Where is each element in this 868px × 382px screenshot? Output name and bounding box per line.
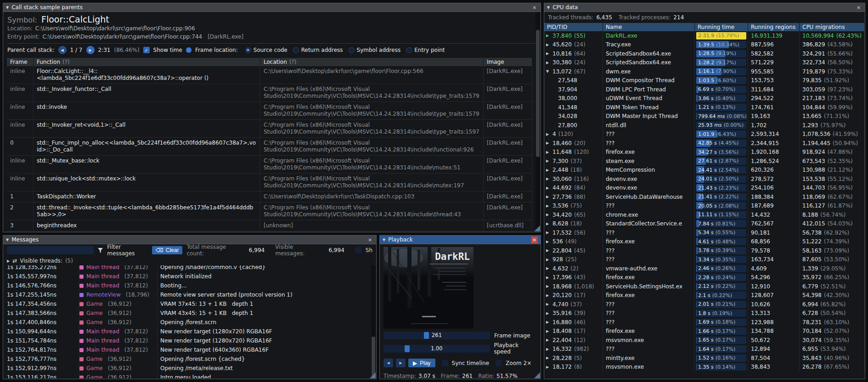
cpu-titlebar[interactable]: ▼ CPU data × <box>544 3 865 12</box>
radio-icon[interactable] <box>293 47 299 53</box>
cpu-row[interactable]: ▶4,740(37)???2.01 s(0.21%)10,6266,994(65… <box>544 300 865 309</box>
show-time-checkbox[interactable]: ✓ <box>143 47 150 53</box>
column-header-location[interactable]: Location(?) <box>260 58 484 66</box>
expand-arrow-icon[interactable]: ▶ <box>546 302 552 306</box>
next-callstack-button[interactable]: ▶ <box>86 46 95 54</box>
cpu-row[interactable]: ▶18,968(1,018)ServiceHub.SettingsHost.ex… <box>544 282 865 291</box>
column-header-frame[interactable]: Frame <box>7 58 34 66</box>
entry-point-value[interactable]: C:\Users\wolf\Desktop\darkrl\src\game\fl… <box>42 34 202 40</box>
cpu-row[interactable]: 27,548DWM Compositor Thread1:03.5(6.60%)… <box>544 76 865 85</box>
message-row[interactable]: 1s 145,557,997nsMain thread(37,812)Netwo… <box>3 272 371 281</box>
resize-grip-icon[interactable] <box>534 225 540 231</box>
expand-arrow-icon[interactable]: ▶ <box>546 248 552 253</box>
cpu-row[interactable]: ▶7,300(37)steam.exe27.61 s(2.87%)1,286,5… <box>544 157 865 166</box>
cpu-row[interactable]: ▶4,632(2)vmware-authd.exe2.46 s(0.26%)4,… <box>544 264 865 273</box>
callstack-titlebar[interactable]: ▼ Call stack sample parents × <box>3 3 541 12</box>
expand-arrow-icon[interactable]: ▶ <box>546 51 552 56</box>
expand-arrow-icon[interactable]: ▶ <box>546 213 552 217</box>
expand-arrow-icon[interactable]: ▶ <box>546 356 552 360</box>
close-icon[interactable]: × <box>855 4 862 11</box>
cpu-row[interactable]: ▶11,648(120)firefox.exe34.27 s(3.56%)1,9… <box>544 148 865 157</box>
cpu-row[interactable]: 34,028DWM Master Input Thread799.64 ms(0… <box>544 112 865 121</box>
radio-source-code[interactable]: Source code <box>245 47 287 53</box>
message-row[interactable]: 1s 147,383,566nsGame(36,912)VRAM 43x45: … <box>3 309 371 318</box>
cpu-row[interactable]: ▼13,072(67)dwm.exe1:16.1(7.90%)955,58571… <box>544 67 865 76</box>
radio-entry-point[interactable]: Entry point <box>406 47 445 53</box>
cpu-row[interactable]: ▶17,396(43)firefox.exe2.28 s(0.24%)54,29… <box>544 273 865 282</box>
playback-titlebar[interactable]: ▼ Playback × <box>380 236 541 244</box>
message-row[interactable]: 1s 152,912,997nsGame(36,912)Opening /met… <box>3 364 371 373</box>
cpu-row[interactable]: ▶30,380(24)ScriptedSandbox64.exe1:28.2(9… <box>544 58 865 67</box>
expand-arrow-icon[interactable]: ▶ <box>546 141 552 145</box>
cpu-row[interactable]: 27,800ntdll.dll25.93 ms(0.00%)1,7021,293… <box>544 121 865 130</box>
expand-arrow-icon[interactable]: ▶ <box>546 338 552 342</box>
playback-speed-slider[interactable]: 1.00 <box>383 345 490 353</box>
expand-arrow-icon[interactable]: ▶ <box>546 230 552 235</box>
cpu-row[interactable]: ▶27,736(88)ServiceHub.DataWarehouse21.41… <box>544 192 865 202</box>
expand-arrow-icon[interactable]: ▶ <box>546 61 552 65</box>
table-row[interactable]: inlinestd::invokeC:\Program Files (x86)\… <box>7 102 532 120</box>
filter-input[interactable] <box>7 246 94 254</box>
radio-return-address[interactable]: Return address <box>293 47 343 53</box>
message-row[interactable]: 1s 146,576,766nsMain thread(37,812)Booti… <box>3 281 371 290</box>
visible-threads-row[interactable]: ▶ ⇄ Visible threads: (5) <box>3 256 376 265</box>
expand-arrow-icon[interactable]: ▶ <box>546 34 552 38</box>
expand-arrow-icon[interactable]: ▶ <box>546 365 552 369</box>
expand-arrow-icon[interactable]: ▶ <box>546 168 552 172</box>
collapse-arrow-icon[interactable]: ▼ <box>547 6 550 10</box>
cpu-row[interactable]: ▶45,620(24)Tracy.exe1:39.5(10.34%)887,59… <box>544 40 865 50</box>
cpu-row[interactable]: ▶44,692(84)devenv.exe21.43 s(2.23%)254,1… <box>544 184 865 193</box>
step-back-button[interactable]: ◀ <box>383 359 393 367</box>
message-row[interactable]: 1s 152,776,777nsGame(36,912)Opening /for… <box>3 354 371 364</box>
table-row[interactable]: 2std::thread::_Invoke<std::tuple<<lambda… <box>7 202 532 220</box>
radio-icon[interactable] <box>406 47 412 53</box>
message-row[interactable]: 1s 151,754,784nsMain thread(37,812)New r… <box>3 336 371 345</box>
message-row[interactable]: 1s 147,354,456nsGame(36,912)VRAM 37x45: … <box>3 299 371 309</box>
close-icon[interactable]: × <box>366 236 373 243</box>
cpu-row[interactable]: ▶22,404(12)msvsmon.exe1.65 s(0.17%)50,67… <box>544 336 865 345</box>
collapse-arrow-icon[interactable]: ▼ <box>6 238 9 242</box>
cpu-row[interactable]: ▶928(25)???3.34 s(0.35%)163,73487,605(53… <box>544 255 865 264</box>
tree-collapsed-icon[interactable]: ▶ <box>7 259 10 263</box>
table-row[interactable]: inlinestd::unique_lock<std::mutex>::lock… <box>7 174 532 191</box>
cpu-row[interactable]: ▶16,332(982)???1.64 s(0.17%)12,8946,955(… <box>544 345 865 354</box>
expand-arrow-icon[interactable]: ▶ <box>546 222 552 226</box>
table-row[interactable]: inlineFloor::CalcLight::__l4::<lambda_5b… <box>7 66 532 84</box>
radio-icon[interactable] <box>349 47 355 53</box>
expand-arrow-icon[interactable]: ▶ <box>546 159 552 163</box>
expand-arrow-icon[interactable]: ▶ <box>546 311 552 315</box>
messages-option-checkbox[interactable] <box>355 247 361 253</box>
expand-arrow-icon[interactable]: ▶ <box>546 150 552 154</box>
frame-image-slider[interactable]: 261 <box>383 331 490 339</box>
message-row[interactable]: 1s 153,116,217nsGame(36,912)Intro menu l… <box>3 373 371 378</box>
messages-titlebar[interactable]: ▼ Messages × <box>3 236 376 244</box>
column-header-pid[interactable]: PID/TID <box>544 23 603 31</box>
expand-arrow-icon[interactable]: ▶ <box>546 204 552 208</box>
column-header-running-regions[interactable]: Running regions <box>748 23 800 31</box>
table-row[interactable]: inlinestd::_Invoker_ret<void,1>::_CallC:… <box>7 120 532 138</box>
cpu-row[interactable]: ▶16,880(46)???1.69 s(0.18%)123,98878,231… <box>544 318 865 327</box>
column-header-image[interactable]: Image <box>484 58 532 66</box>
expand-arrow-icon[interactable]: ▶ <box>546 347 552 351</box>
cpu-row[interactable]: ▶22,804(45)???3.78 s(0.39%)79,57858,163(… <box>544 246 865 255</box>
cpu-row[interactable]: ▶2,448(18)MemCompression24.41 s(2.54%)62… <box>544 166 865 175</box>
expand-arrow-icon[interactable]: ▼ <box>546 69 552 73</box>
cpu-row[interactable]: ▶18,172(8)msvsmon.exe1.35 s(0.14%)38,843… <box>544 363 865 372</box>
expand-arrow-icon[interactable]: ▶ <box>546 240 552 244</box>
column-header-function[interactable]: Function(?) <box>34 58 260 66</box>
expand-arrow-icon[interactable]: ▶ <box>546 186 552 190</box>
column-header-running-time[interactable]: Running time <box>695 23 748 31</box>
table-row[interactable]: 1TaskDispatch::WorkerC:\Users\wolf\Deskt… <box>7 191 532 202</box>
cpu-row[interactable]: ▶4(120)???1:01.9(6.43%)2,593,3141,078,53… <box>544 130 865 139</box>
messages-scrollbar[interactable] <box>371 265 376 378</box>
cpu-row[interactable]: ▶8,628(18)StandardCollector.Service.e7.8… <box>544 219 865 229</box>
collapse-arrow-icon[interactable]: ▼ <box>6 6 9 10</box>
message-row[interactable]: 1s 147,255,145nsRemoteView(18,796)Remote… <box>3 290 371 299</box>
step-forward-button[interactable]: ▶ <box>396 359 406 367</box>
expand-arrow-icon[interactable]: ▶ <box>546 275 552 280</box>
cpu-row[interactable]: ▶37,840(55)DarkRL.exe2:31.9(15.79%)16,93… <box>544 31 865 40</box>
close-icon[interactable]: × <box>531 236 538 243</box>
expand-arrow-icon[interactable]: ▶ <box>546 266 552 270</box>
cpu-row[interactable]: ▶30,060(116)devenv.exe24.01 s(2.50%)278,… <box>544 174 865 184</box>
expand-arrow-icon[interactable]: ▶ <box>546 177 552 181</box>
